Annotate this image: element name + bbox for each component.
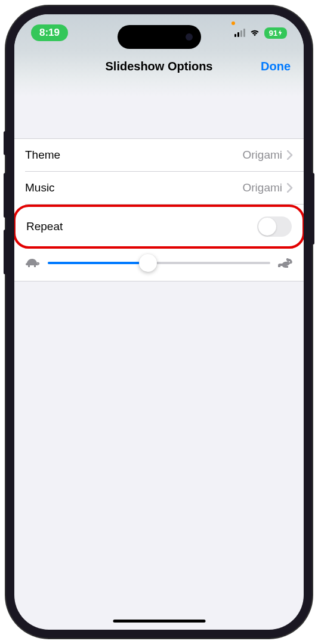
volume-up-button xyxy=(4,173,7,218)
repeat-row[interactable]: Repeat xyxy=(14,205,304,249)
repeat-label: Repeat xyxy=(26,220,63,233)
page-title: Slideshow Options xyxy=(105,60,212,73)
status-right: 91 xyxy=(234,27,287,39)
speed-slider[interactable] xyxy=(48,262,270,264)
toggle-knob xyxy=(258,218,276,236)
rabbit-icon xyxy=(277,257,293,269)
power-button xyxy=(311,173,314,244)
battery-percent: 91 xyxy=(269,29,277,38)
slider-thumb[interactable] xyxy=(139,254,157,272)
list-group: Theme Origami Music Origami Re xyxy=(14,138,304,281)
slider-fill xyxy=(48,262,148,264)
chevron-right-icon xyxy=(287,150,293,160)
music-row[interactable]: Music Origami xyxy=(14,172,304,204)
speed-slider-row xyxy=(14,249,304,281)
turtle-icon xyxy=(25,257,41,269)
battery-indicator: 91 xyxy=(264,27,287,39)
theme-label: Theme xyxy=(25,148,60,162)
cellular-icon xyxy=(234,29,245,37)
theme-value: Origami xyxy=(242,148,282,162)
repeat-toggle[interactable] xyxy=(257,216,292,237)
volume-down-button xyxy=(4,230,7,274)
wifi-icon xyxy=(249,29,260,37)
charging-icon xyxy=(278,30,282,36)
camera-dot xyxy=(186,33,193,41)
chevron-right-icon xyxy=(287,183,293,193)
dynamic-island xyxy=(118,25,201,49)
content: Theme Origami Music Origami Re xyxy=(14,97,304,281)
phone-device: 8:19 91 Slideshow Options Done xyxy=(6,6,312,638)
music-label: Music xyxy=(25,181,55,194)
modal-header: Slideshow Options Done xyxy=(14,51,304,97)
silence-switch xyxy=(4,131,7,155)
theme-row[interactable]: Theme Origami xyxy=(14,139,304,171)
mic-indicator-icon xyxy=(231,21,235,25)
home-indicator[interactable] xyxy=(113,620,205,623)
screen: 8:19 91 Slideshow Options Done xyxy=(14,14,304,630)
time-pill: 8:19 xyxy=(31,24,68,41)
done-button[interactable]: Done xyxy=(261,60,291,73)
music-value: Origami xyxy=(242,181,282,194)
